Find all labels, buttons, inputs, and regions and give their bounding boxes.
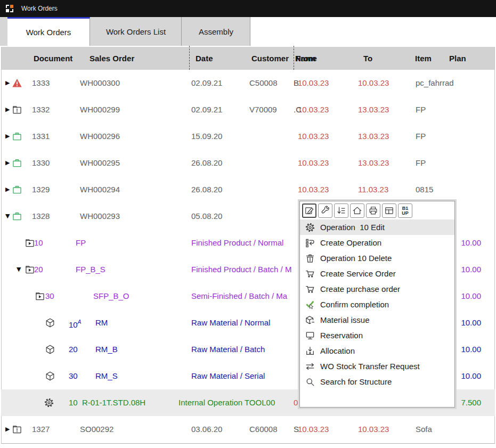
table-row[interactable]: ▶1332WH00029902.09.21V70009.C10.03.2313.… <box>1 96 495 123</box>
from-date: 10.03.23 <box>298 70 329 96</box>
context-menu-toolbar: B1UP <box>300 201 454 219</box>
menu-item-wo-stock-transfer-request[interactable]: WO Stock Transfer Request <box>300 359 454 374</box>
menu-item-label: Reservation <box>320 331 363 340</box>
from-date: 10.03.23 <box>298 123 329 150</box>
line-number: 20 <box>69 336 78 363</box>
document-number: 1329 <box>32 176 50 203</box>
menu-item-label: Material issue <box>320 315 370 324</box>
expand-arrow-icon[interactable]: ▶ <box>5 150 10 176</box>
from-date: 10.03.23 <box>298 176 329 203</box>
column-separator <box>189 46 190 70</box>
menu-item-label: Confirm completion <box>320 300 389 309</box>
toolbar-b1up-button[interactable]: B1UP <box>398 203 412 218</box>
expand-arrow-icon[interactable]: ▶ <box>5 70 10 96</box>
context-menu: B1UP Operation 10 EditCreate OperationOp… <box>299 201 455 408</box>
item-name: FP <box>416 150 426 176</box>
col-customer[interactable]: Customer <box>251 47 289 70</box>
tab-work-orders[interactable]: Work Orders <box>7 17 90 46</box>
sales-order-number: WH000300 <box>80 70 120 96</box>
menu-item-search-for-structure[interactable]: Search for Structure <box>300 374 454 389</box>
expand-arrow-icon[interactable]: ▶ <box>5 123 10 150</box>
sales-order-number: WH000299 <box>80 96 120 123</box>
menu-item-label: Create Service Order <box>320 269 396 278</box>
table-row[interactable]: ▶1330WH00029526.08.2010.03.2313.03.23FP <box>1 150 495 176</box>
menu-item-label: Create Operation <box>320 238 381 247</box>
menu-item-operation-10-delete[interactable]: Operation 10 Delete <box>300 250 454 266</box>
document-number: 1328 <box>32 203 50 230</box>
tab-work-orders-list[interactable]: Work Orders List <box>91 17 182 46</box>
menu-item-confirm-completion[interactable]: Confirm completion <box>300 297 454 312</box>
menu-item-reservation[interactable]: Reservation <box>300 328 454 343</box>
case-icon <box>12 211 22 222</box>
titlebar: Work Orders <box>0 0 496 17</box>
expand-arrow-icon[interactable]: ▶ <box>5 416 10 443</box>
case-icon <box>12 131 22 142</box>
context-menu-padding <box>300 389 454 407</box>
table-row[interactable]: ▶1327SO0029203.06.20C60008S10.03.2310.03… <box>1 416 495 443</box>
col-item[interactable]: Item <box>415 47 432 70</box>
expand-arrow-icon[interactable]: ▶ <box>5 176 10 203</box>
tab-assembly[interactable]: Assembly <box>182 17 250 46</box>
col-date[interactable]: Date <box>196 47 213 70</box>
customer-code: C50008 <box>249 70 278 96</box>
menu-item-material-issue[interactable]: Material issue <box>300 312 454 328</box>
col-document[interactable]: Document <box>34 47 72 70</box>
posting-date: 05.08.20 <box>191 203 222 230</box>
item-code: RM_S <box>95 363 118 389</box>
toolbar-sort-list-button[interactable] <box>334 203 348 218</box>
toolbar-edit-square-button[interactable] <box>302 203 316 218</box>
menu-item-operation-10-edit[interactable]: Operation 10 Edit <box>300 219 454 235</box>
sales-order-number: WH000295 <box>80 150 120 176</box>
item-code: SFP_B_O <box>93 283 129 309</box>
to-date: 10.03.23 <box>358 416 389 443</box>
menu-item-create-service-order[interactable]: Create Service Order <box>300 266 454 281</box>
item-code: FP <box>76 230 86 256</box>
table-row[interactable]: ▶1331WH00029615.09.2010.03.2313.03.23FP <box>1 123 495 150</box>
posting-date: 15.09.20 <box>191 123 222 150</box>
customer-code: V70009 <box>249 96 277 123</box>
to-date: 13.03.23 <box>358 96 389 123</box>
gear-icon <box>44 397 54 408</box>
collapse-arrow-icon[interactable]: ▼ <box>17 256 21 283</box>
col-sales-order[interactable]: Sales Order <box>90 47 134 70</box>
line-description: Finished Product / Normal <box>191 230 283 256</box>
line-description: Internal Operation TOOL00 <box>178 389 275 416</box>
table-row[interactable]: ▶1329WH00029426.08.2010.03.2311.03.23081… <box>1 176 495 203</box>
planned-quantity: 10.00 <box>461 283 481 309</box>
table-row[interactable]: ▶1333WH00030002.09.21C50008B10.03.2310.0… <box>1 70 495 96</box>
toolbar-layout-button[interactable] <box>382 203 396 218</box>
cart-icon <box>305 284 315 295</box>
folder-play-icon <box>25 238 35 248</box>
document-number: 1327 <box>32 416 50 443</box>
line-description: Raw Material / Serial <box>191 363 265 389</box>
transfer-icon <box>305 361 315 372</box>
cube-icon <box>45 371 55 381</box>
document-number: 1333 <box>32 70 50 96</box>
line-number: 30 <box>45 283 54 309</box>
col-to[interactable]: To <box>363 47 372 70</box>
search-icon <box>305 377 315 387</box>
toolbar-printer-button[interactable] <box>366 203 380 218</box>
allocation-icon <box>305 346 315 356</box>
planned-quantity: 10.00 <box>461 309 481 336</box>
menu-item-label: Operation 10 Delete <box>320 254 392 263</box>
toolbar-home-button[interactable] <box>350 203 364 218</box>
col-plan[interactable]: Plan <box>449 47 466 70</box>
menu-item-create-purchase-order[interactable]: Create purchase order <box>300 281 454 297</box>
expand-arrow-icon[interactable]: ▶ <box>5 96 10 123</box>
line-description: Raw Material / Normal <box>191 309 270 336</box>
menu-item-create-operation[interactable]: Create Operation <box>300 235 454 250</box>
warning-icon <box>12 78 22 88</box>
collapse-arrow-icon[interactable]: ▼ <box>5 203 10 230</box>
menu-item-allocation[interactable]: Allocation <box>300 343 454 359</box>
planned-quantity: 10.00 <box>461 230 481 256</box>
toolbar-wrench-button[interactable] <box>318 203 332 218</box>
folder-alert-icon <box>12 104 22 115</box>
from-date: 10.03.23 <box>298 96 329 123</box>
col-from[interactable]: From <box>296 47 316 70</box>
posting-date: 26.08.20 <box>191 150 222 176</box>
menu-item-label: WO Stock Transfer Request <box>320 362 420 371</box>
menu-item-label: Create purchase order <box>320 284 400 294</box>
planned-quantity: 10.00 <box>461 363 481 389</box>
to-date: 10.03.23 <box>358 70 389 96</box>
